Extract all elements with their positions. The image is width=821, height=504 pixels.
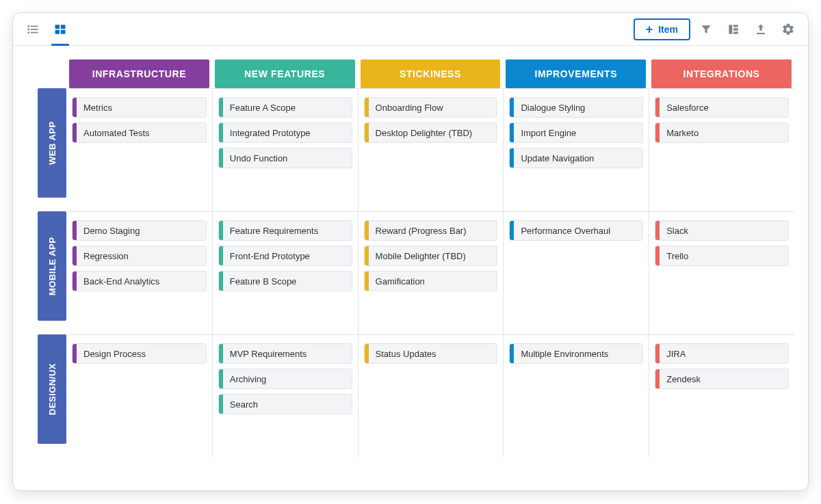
- cell-design-ux-integrations: JIRAZendesk: [649, 334, 794, 457]
- card[interactable]: JIRA: [655, 343, 789, 364]
- card-stripe: [219, 271, 223, 291]
- row-header-web-app[interactable]: WEB APP: [38, 88, 66, 198]
- row-header-design-ux[interactable]: DESIGN/UX: [38, 334, 66, 444]
- card[interactable]: Feature A Scope: [218, 97, 352, 118]
- card[interactable]: Zendesk: [655, 369, 789, 389]
- card-stripe: [655, 98, 660, 117]
- card-label: Reward (Progress Bar): [376, 226, 467, 236]
- card-stripe: [365, 246, 369, 265]
- column-header-integrations[interactable]: INTEGRATIONS: [651, 59, 792, 88]
- card-label: Regression: [83, 251, 129, 261]
- filter-button[interactable]: [694, 18, 718, 41]
- cell-web-app-infrastructure: MetricsAutomated Tests: [66, 88, 212, 211]
- row-header-mobile-app[interactable]: MOBILE APP: [38, 211, 66, 321]
- card-label: Import Engine: [521, 128, 576, 138]
- card-stripe: [510, 98, 514, 117]
- card-stripe: [365, 271, 369, 291]
- card[interactable]: Feature Requirements: [218, 220, 352, 241]
- add-item-label: Item: [658, 24, 678, 35]
- card-stripe: [655, 369, 660, 388]
- card-label: Undo Function: [230, 153, 288, 163]
- card[interactable]: Demo Staging: [72, 220, 207, 241]
- column-header-infrastructure[interactable]: INFRASTRUCTURE: [69, 59, 209, 88]
- card-stripe: [219, 221, 223, 240]
- card[interactable]: Design Process: [72, 343, 207, 364]
- card-stripe: [219, 148, 223, 168]
- card[interactable]: Dialogue Styling: [509, 97, 643, 118]
- svg-rect-4: [28, 31, 30, 34]
- card-stripe: [219, 98, 223, 117]
- card[interactable]: Undo Function: [218, 148, 352, 168]
- card-label: Front-End Prototype: [230, 251, 310, 261]
- cell-design-ux-improvements: Multiple Environments: [503, 334, 649, 457]
- card[interactable]: Multiple Environments: [509, 343, 643, 364]
- card-label: MVP Requirements: [230, 349, 307, 359]
- card[interactable]: Front-End Prototype: [218, 246, 352, 266]
- svg-rect-13: [733, 31, 738, 34]
- card[interactable]: MVP Requirements: [218, 343, 352, 364]
- settings-button[interactable]: [777, 18, 800, 41]
- svg-rect-5: [31, 31, 38, 33]
- card-label: Desktop Delighter (TBD): [376, 128, 473, 138]
- card[interactable]: Trello: [655, 246, 789, 266]
- column-header-label: INTEGRATIONS: [683, 68, 760, 79]
- columns-button[interactable]: [722, 18, 745, 41]
- card-label: Salesforce: [666, 103, 708, 113]
- card-stripe: [655, 344, 660, 363]
- card-stripe: [510, 123, 514, 142]
- svg-rect-10: [729, 25, 732, 34]
- card-stripe: [73, 246, 77, 265]
- app-window: + Item: [12, 12, 809, 491]
- card[interactable]: Automated Tests: [72, 122, 207, 143]
- card-stripe: [73, 271, 77, 291]
- card[interactable]: Mobile Delighter (TBD): [364, 246, 498, 266]
- list-view-button[interactable]: [21, 18, 44, 41]
- card-label: Slack: [666, 226, 688, 236]
- card[interactable]: Salesforce: [655, 97, 789, 118]
- card[interactable]: Back-End Analytics: [72, 271, 207, 291]
- svg-rect-8: [55, 29, 60, 34]
- export-button[interactable]: [749, 18, 772, 41]
- card[interactable]: Regression: [72, 246, 207, 266]
- card[interactable]: Status Updates: [364, 343, 498, 364]
- column-header-improvements[interactable]: IMPROVEMENTS: [506, 59, 646, 88]
- row-header-label: DESIGN/UX: [47, 363, 57, 415]
- column-header-stickiness[interactable]: STICKINESS: [361, 59, 501, 88]
- card[interactable]: Integrated Prototype: [218, 122, 352, 143]
- card-label: Demo Staging: [83, 226, 140, 236]
- card[interactable]: Search: [218, 394, 352, 414]
- card[interactable]: Metrics: [72, 97, 207, 118]
- card[interactable]: Performance Overhaul: [509, 220, 643, 241]
- card-label: Feature B Scope: [230, 276, 297, 287]
- card[interactable]: Gamification: [364, 271, 498, 291]
- card[interactable]: Update Navigation: [509, 148, 643, 168]
- card-stripe: [219, 123, 223, 142]
- card-label: Multiple Environments: [521, 349, 608, 359]
- grid-icon: [53, 23, 67, 36]
- card[interactable]: Feature B Scope: [218, 271, 352, 291]
- card-label: Status Updates: [376, 349, 436, 359]
- row-header-cell: MOBILE APP: [27, 211, 66, 334]
- card[interactable]: Slack: [655, 220, 789, 241]
- card[interactable]: Reward (Progress Bar): [364, 220, 498, 241]
- card[interactable]: Marketo: [655, 122, 789, 143]
- grid-view-button[interactable]: [49, 18, 72, 41]
- cell-design-ux-infrastructure: Design Process: [66, 334, 212, 457]
- column-header-label: IMPROVEMENTS: [534, 68, 617, 79]
- card-label: Zendesk: [666, 374, 701, 384]
- card[interactable]: Desktop Delighter (TBD): [364, 122, 498, 143]
- card[interactable]: Onboarding Flow: [364, 97, 498, 118]
- card[interactable]: Import Engine: [509, 122, 643, 143]
- card-stripe: [365, 344, 369, 363]
- cell-web-app-integrations: SalesforceMarketo: [649, 88, 794, 211]
- column-header-new-features[interactable]: NEW FEATURES: [215, 59, 355, 88]
- svg-rect-12: [733, 28, 738, 30]
- cell-web-app-new-features: Feature A ScopeIntegrated PrototypeUndo …: [212, 88, 358, 211]
- grid-corner-blank: [27, 59, 66, 88]
- add-item-button[interactable]: + Item: [634, 18, 690, 40]
- cell-web-app-stickiness: Onboarding FlowDesktop Delighter (TBD): [358, 88, 504, 211]
- svg-rect-0: [28, 25, 30, 27]
- card-stripe: [510, 221, 514, 240]
- cell-design-ux-stickiness: Status Updates: [358, 334, 504, 457]
- card[interactable]: Archiving: [218, 369, 352, 389]
